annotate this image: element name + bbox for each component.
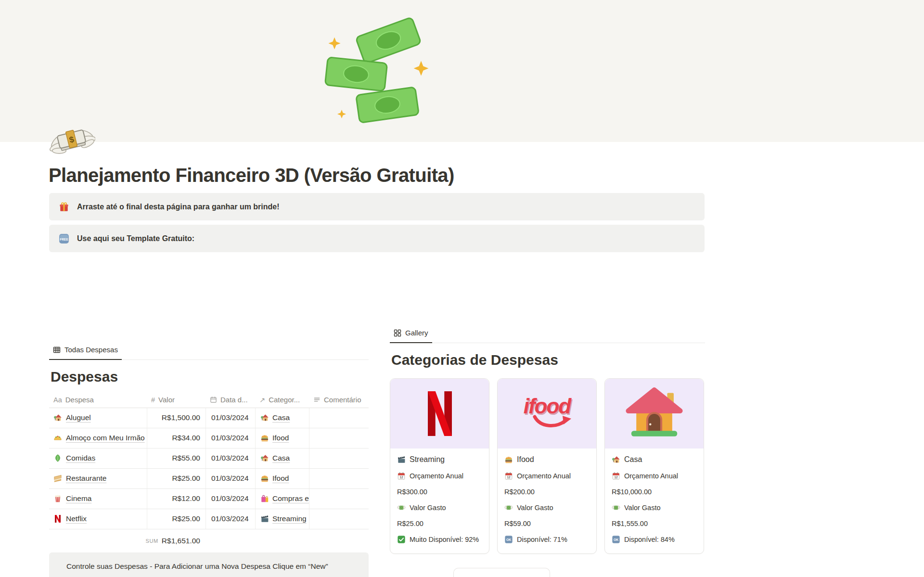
ifood-swoosh [531, 415, 574, 430]
valor-cell[interactable]: R$1,500.00 [147, 408, 205, 428]
property-text: Disponível: 84% [624, 536, 675, 543]
property-text: R$300.00 [397, 488, 427, 496]
comentario-cell[interactable] [309, 428, 369, 448]
free-icon: FREE [59, 233, 69, 244]
despesa-cell[interactable]: Comidas [49, 449, 147, 468]
sandwich-icon [53, 474, 62, 483]
card-title[interactable]: Ifood [504, 455, 590, 464]
property-text: R$25.00 [397, 520, 424, 527]
valor-cell[interactable]: R$34.00 [147, 428, 205, 448]
data-cell[interactable]: 01/03/2024 [205, 469, 255, 488]
check-icon [397, 535, 406, 544]
property-text: R$200.00 [504, 488, 535, 496]
tab-gallery[interactable]: Gallery [390, 325, 432, 343]
gallery-card-partial[interactable] [453, 568, 550, 577]
shopping-bags-icon [260, 494, 269, 503]
categoria-link[interactable]: Casa [272, 413, 290, 422]
valor-cell[interactable]: R$25.00 [147, 509, 205, 529]
data-cell[interactable]: 01/03/2024 [205, 489, 255, 509]
despesa-link[interactable]: Almoço com Meu Irmão [66, 434, 145, 442]
table-row[interactable]: Almoço com Meu IrmãoR$34.0001/03/2024Ifo… [49, 428, 369, 449]
card-property: 12Orçamento Anual [397, 472, 482, 480]
popcorn-icon [53, 494, 62, 503]
callout-brinde: Arraste até o final desta página para ga… [49, 193, 705, 220]
column-header-despesa[interactable]: AaDespesa [49, 392, 147, 408]
table-row[interactable]: CinemaR$12.0001/03/2024Compras e [49, 489, 369, 509]
money-wings-sm-icon [612, 503, 620, 512]
callout-tip: Controle suas Despesas - Para Adicionar … [49, 552, 369, 577]
column-header-datad[interactable]: Data d... [205, 392, 255, 408]
categoria-cell[interactable]: Casa [255, 408, 309, 428]
column-label: Categor... [269, 396, 300, 404]
page-icon[interactable]: $ [48, 116, 95, 164]
property-text: Orçamento Anual [517, 472, 571, 480]
page-cover [0, 0, 924, 142]
comentario-cell[interactable] [309, 408, 369, 428]
card-property: 12Orçamento Anual [504, 472, 590, 480]
categoria-link[interactable]: Casa [272, 454, 290, 462]
property-text: Valor Gasto [624, 504, 661, 512]
categoria-cell[interactable]: Streaming [255, 509, 309, 529]
categoria-link[interactable]: Compras e [272, 494, 309, 503]
house-icon [260, 454, 269, 462]
categoria-cell[interactable]: Compras e [255, 489, 309, 509]
categoria-cell[interactable]: Casa [255, 449, 309, 468]
table-row[interactable]: AluguelR$1,500.0001/03/2024Casa [49, 408, 369, 428]
data-cell[interactable]: 01/03/2024 [205, 408, 255, 428]
despesa-link[interactable]: Restaurante [66, 474, 106, 483]
table-row[interactable]: ComidasR$55.0001/03/2024Casa [49, 449, 369, 469]
table-view-icon [53, 346, 61, 354]
page-title: Planejamento Financeiro 3D (Versão Gratu… [49, 165, 454, 186]
categoria-link[interactable]: Streaming [272, 514, 307, 523]
despesa-cell[interactable]: Netflix [49, 509, 147, 529]
table-row[interactable]: NetflixR$25.0001/03/2024Streaming [49, 509, 369, 529]
gallery-card-ifood[interactable]: ifoodIfood12Orçamento AnualR$200.00Valor… [497, 378, 597, 554]
despesa-link[interactable]: Comidas [66, 454, 95, 462]
despesa-cell[interactable]: Restaurante [49, 469, 147, 488]
valor-cell[interactable]: R$55.00 [147, 449, 205, 468]
categoria-link[interactable]: Ifood [272, 474, 289, 483]
column-label: Comentário [324, 396, 361, 404]
despesa-link[interactable]: Cinema [66, 494, 91, 503]
property-text: R$10,000.00 [612, 488, 652, 496]
data-cell[interactable]: 01/03/2024 [205, 428, 255, 448]
clapperboard-icon [397, 455, 406, 464]
card-title[interactable]: Casa [612, 455, 697, 464]
gallery-card-streaming[interactable]: Streaming12Orçamento AnualR$300.00Valor … [390, 378, 489, 554]
column-header-valor[interactable]: #Valor [147, 392, 205, 408]
netflix-logo [428, 391, 452, 436]
card-property: R$1,555.00 [612, 520, 697, 527]
sum-value: R$1,651.00 [162, 537, 200, 545]
gallery-heading: Categorias de Despesas [391, 350, 705, 370]
data-cell[interactable]: 01/03/2024 [205, 509, 255, 529]
column-header-comentrio[interactable]: Comentário [309, 392, 369, 408]
table-row[interactable]: RestauranteR$25.0001/03/2024Ifood [49, 469, 369, 489]
column-label: Despesa [65, 396, 94, 404]
categoria-link[interactable]: Ifood [272, 434, 289, 442]
comentario-cell[interactable] [309, 449, 369, 468]
despesa-cell[interactable]: Aluguel [49, 408, 147, 428]
categoria-cell[interactable]: Ifood [255, 428, 309, 448]
despesa-cell[interactable]: Cinema [49, 489, 147, 509]
comentario-cell[interactable] [309, 489, 369, 509]
card-cover [390, 379, 489, 449]
data-cell[interactable]: 01/03/2024 [205, 449, 255, 468]
card-title[interactable]: Streaming [397, 455, 482, 464]
comentario-cell[interactable] [309, 509, 369, 529]
categoria-cell[interactable]: Ifood [255, 469, 309, 488]
despesa-link[interactable]: Aluguel [66, 413, 91, 422]
svg-text:12: 12 [399, 475, 403, 479]
comentario-cell[interactable] [309, 469, 369, 488]
valor-cell[interactable]: R$12.00 [147, 489, 205, 509]
sum-row[interactable]: SUM R$1,651.00 [49, 529, 206, 552]
property-text: Disponível: 71% [517, 536, 567, 543]
tab-todas-despesas[interactable]: Todas Despesas [49, 342, 122, 360]
valor-cell[interactable]: R$25.00 [147, 469, 205, 488]
tab-label: Todas Despesas [64, 346, 118, 354]
despesa-link[interactable]: Netflix [66, 514, 87, 523]
property-text: Valor Gasto [517, 504, 553, 512]
calendar-color-icon: 12 [397, 472, 406, 480]
despesa-cell[interactable]: Almoço com Meu Irmão [49, 428, 147, 448]
column-header-categor[interactable]: ↗Categor... [255, 392, 309, 408]
gallery-card-casa[interactable]: Casa12Orçamento AnualR$10,000.00Valor Ga… [604, 378, 704, 554]
